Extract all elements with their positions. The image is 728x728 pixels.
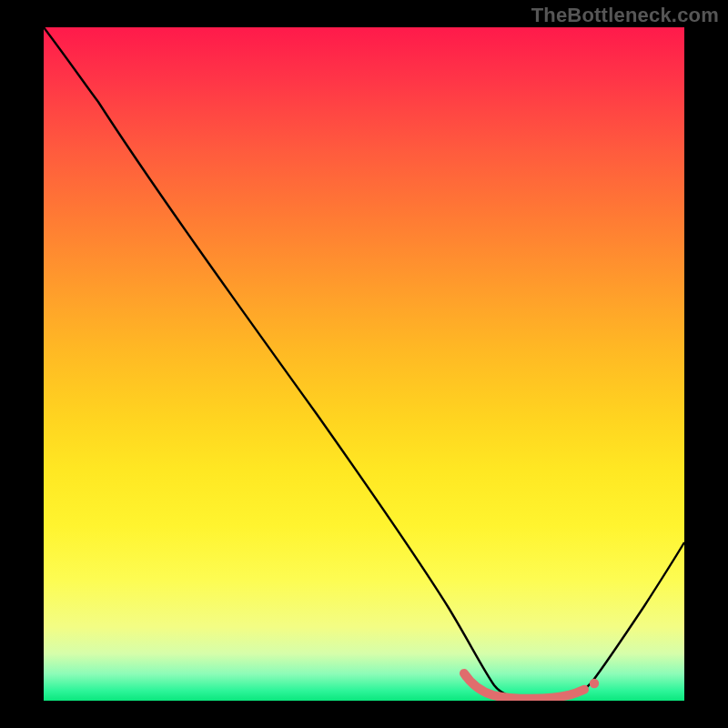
chart-frame: TheBottleneck.com (0, 0, 728, 728)
optimal-highlight-stroke (464, 673, 584, 699)
bottleneck-curve (44, 27, 684, 699)
watermark-text: TheBottleneck.com (531, 4, 719, 27)
plot-area (44, 27, 684, 701)
curve-overlay (44, 27, 684, 701)
optimal-end-marker (590, 679, 599, 688)
